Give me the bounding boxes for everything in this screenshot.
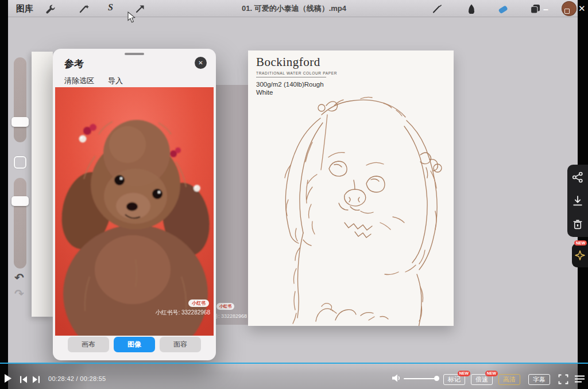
letterbox-left [0,0,8,389]
clear-selection-button[interactable]: 清除选区 [64,76,94,86]
download-icon[interactable] [572,195,583,207]
reference-panel[interactable]: 参考 ✕ 清除选区 导入 [53,49,216,360]
canvas-page-left[interactable] [32,52,53,317]
speed-button[interactable]: 倍速 NEW [471,374,493,385]
undo-icon[interactable]: ↶ [14,272,24,283]
speed-button-label: 倍速 [475,375,488,384]
side-dock [567,165,588,237]
opacity-handle[interactable] [11,196,29,206]
subtitle-button-label: 字幕 [533,375,546,384]
close-icon[interactable]: ✕ [195,57,207,69]
modify-button[interactable] [14,156,26,169]
minimize-button[interactable]: – [543,5,548,15]
watermark-badge: 小红书 [216,303,234,310]
mark-button[interactable]: 标记 NEW [443,374,465,385]
close-window-button[interactable]: ✕ [578,3,586,14]
video-content[interactable]: 图库 S [8,0,578,389]
redo-icon[interactable]: ↷ [14,288,24,299]
playlist-icon[interactable] [574,375,585,383]
favorite-star-icon [575,250,585,260]
brush-size-handle[interactable] [11,117,29,127]
new-badge: NEW [485,371,498,376]
progress-bar[interactable] [0,363,588,364]
new-badge: NEW [574,240,587,246]
new-badge: NEW [458,371,470,376]
tab-canvas[interactable]: 画布 [68,337,109,352]
watermark-badge: 小红书 [188,299,209,307]
play-button[interactable] [4,374,12,383]
subtitle-button[interactable]: 字幕 [528,374,550,385]
volume-knob[interactable] [434,376,439,381]
share-icon[interactable] [572,172,583,183]
hd-button-label: 高清 [503,375,516,384]
tab-face[interactable]: 面容 [160,337,201,352]
next-button[interactable] [32,376,40,383]
trash-icon[interactable] [572,219,583,230]
canvas-page[interactable]: Bockingford TRADITIONAL WATER COLOUR PAP… [248,50,454,326]
video-title: 01. 可爱的小泰迪（线稿）.mp4 [0,3,588,14]
fullscreen-icon[interactable] [558,374,568,384]
import-button[interactable]: 导入 [108,76,123,86]
previous-button[interactable] [20,376,28,383]
player-window: 图库 S [0,0,588,389]
reference-photo[interactable]: 小红书 小红书号: 332282968 [55,87,214,336]
dog-line-sketch [248,50,454,326]
brush-size-slider[interactable] [14,57,26,142]
watermark-id: 小红书号: 332282968 [155,309,210,317]
opacity-slider[interactable] [14,178,26,269]
reference-tab-bar: 画布 图像 面容 [68,337,201,352]
watermark-id: 小红书号: 332282968 [216,313,247,320]
dog-photo [55,87,214,336]
mark-button-label: 标记 [448,375,461,384]
panel-title: 参考 [64,57,84,71]
volume-icon[interactable] [392,374,401,383]
favorite-tab[interactable] [572,243,588,267]
hd-button[interactable]: 高清 [498,374,520,385]
tab-image[interactable]: 图像 [114,337,155,352]
volume-slider[interactable] [404,378,435,379]
panel-drag-handle[interactable] [125,53,144,55]
imported-photo-strip[interactable]: 小红书 小红书号: 332282968 [215,85,248,325]
time-display: 00:28:42 / 00:28:55 [48,375,106,382]
mouse-cursor [127,11,136,24]
